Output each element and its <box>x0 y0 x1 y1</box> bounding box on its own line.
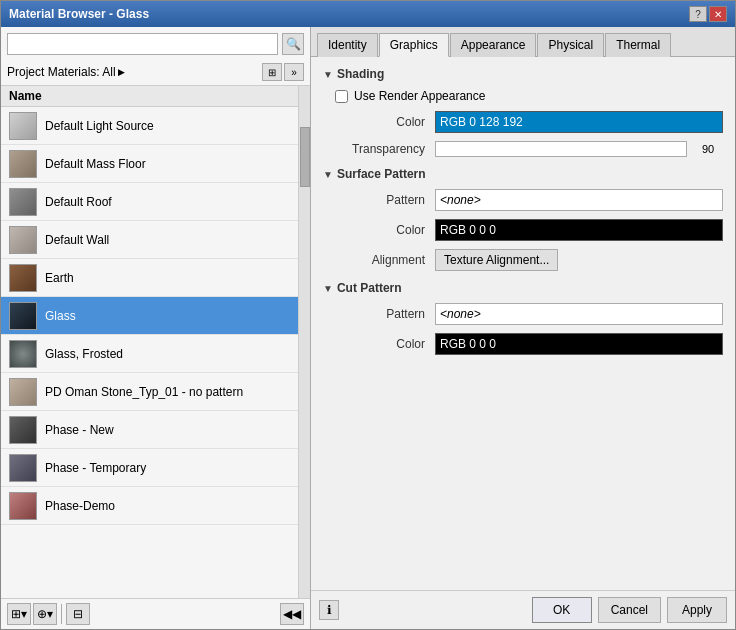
bottom-actions: OK Cancel Apply <box>532 597 727 623</box>
tab-graphics[interactable]: Graphics <box>379 33 449 57</box>
title-bar-buttons: ? ✕ <box>689 6 727 22</box>
cut-color-label: Color <box>335 337 435 351</box>
material-name: Glass <box>45 309 76 323</box>
surface-pattern-collapse-icon[interactable]: ▼ <box>323 169 333 180</box>
info-button[interactable]: ℹ <box>319 600 339 620</box>
list-header: Name <box>1 86 298 107</box>
material-thumb <box>9 188 37 216</box>
shading-label: Shading <box>337 67 384 81</box>
material-thumb <box>9 492 37 520</box>
surface-pattern-label: Surface Pattern <box>337 167 426 181</box>
shading-section-header: ▼ Shading <box>323 67 723 81</box>
list-item[interactable]: Glass, Frosted <box>1 335 298 373</box>
list-item[interactable]: Phase-Demo <box>1 487 298 525</box>
material-name: Phase - Temporary <box>45 461 146 475</box>
cut-color-swatch[interactable]: RGB 0 0 0 <box>435 333 723 355</box>
project-materials-dropdown[interactable]: Project Materials: All ▶ <box>7 65 125 79</box>
cut-pattern-label: Cut Pattern <box>337 281 402 295</box>
info-icon: ℹ <box>327 603 332 617</box>
surface-color-label: Color <box>335 223 435 237</box>
left-panel: 🔍 Project Materials: All ▶ ⊞ » <box>1 27 311 629</box>
material-thumb <box>9 378 37 406</box>
list-item-selected[interactable]: Glass <box>1 297 298 335</box>
list-item[interactable]: Earth <box>1 259 298 297</box>
material-thumb <box>9 416 37 444</box>
left-panel-with-scroll: Name Default Light Source Default Mass F… <box>1 86 310 598</box>
material-name: Phase-Demo <box>45 499 115 513</box>
left-bottom-toolbar: ⊞▾ ⊕▾ ⊟ ◀◀ <box>1 598 310 629</box>
cut-pattern-collapse-icon[interactable]: ▼ <box>323 283 333 294</box>
use-render-appearance-checkbox[interactable] <box>335 90 348 103</box>
list-item[interactable]: Default Light Source <box>1 107 298 145</box>
cut-color-value: RGB 0 0 0 <box>440 337 496 351</box>
material-thumb <box>9 112 37 140</box>
tab-content-graphics: ▼ Shading Use Render Appearance Color RG… <box>311 57 735 590</box>
title-bar: Material Browser - Glass ? ✕ <box>1 1 735 27</box>
cut-pattern-row: Pattern <none> <box>323 303 723 325</box>
material-name: Phase - New <box>45 423 114 437</box>
purge-button[interactable]: ⊟ <box>66 603 90 625</box>
list-item[interactable]: Phase - Temporary <box>1 449 298 487</box>
project-materials-label: Project Materials: All <box>7 65 116 79</box>
cut-pattern-label: Pattern <box>335 307 435 321</box>
use-render-appearance-row: Use Render Appearance <box>323 89 723 103</box>
material-thumb <box>9 226 37 254</box>
tab-physical[interactable]: Physical <box>537 33 604 57</box>
pm-buttons: ⊞ » <box>262 63 304 81</box>
separator <box>61 604 62 624</box>
collapse-button[interactable]: ◀◀ <box>280 603 304 625</box>
shading-color-swatch[interactable]: RGB 0 128 192 <box>435 111 723 133</box>
surface-pattern-label: Pattern <box>335 193 435 207</box>
surface-color-row: Color RGB 0 0 0 <box>323 219 723 241</box>
tab-appearance[interactable]: Appearance <box>450 33 537 57</box>
grid-view-button[interactable]: ⊞ <box>262 63 282 81</box>
tab-thermal[interactable]: Thermal <box>605 33 671 57</box>
shading-color-value: RGB 0 128 192 <box>440 115 523 129</box>
transparency-row: Transparency 90 <box>323 141 723 157</box>
collapse-icon: ◀◀ <box>283 607 301 621</box>
ok-button[interactable]: OK <box>532 597 592 623</box>
list-item[interactable]: Default Roof <box>1 183 298 221</box>
search-input[interactable] <box>7 33 278 55</box>
surface-color-swatch[interactable]: RGB 0 0 0 <box>435 219 723 241</box>
scrollbar-track[interactable] <box>298 86 310 598</box>
close-button[interactable]: ✕ <box>709 6 727 22</box>
material-name: PD Oman Stone_Typ_01 - no pattern <box>45 385 243 399</box>
material-thumb <box>9 302 37 330</box>
transparency-slider[interactable] <box>435 141 687 157</box>
material-name: Earth <box>45 271 74 285</box>
color-label: Color <box>335 115 435 129</box>
add-icon: ⊞▾ <box>11 607 27 621</box>
use-render-appearance-label: Use Render Appearance <box>354 89 485 103</box>
transparency-value: 90 <box>693 143 723 155</box>
help-button[interactable]: ? <box>689 6 707 22</box>
list-item[interactable]: PD Oman Stone_Typ_01 - no pattern <box>1 373 298 411</box>
surface-pattern-section-header: ▼ Surface Pattern <box>323 167 723 181</box>
dropdown-arrow-icon: ▶ <box>118 67 125 77</box>
surface-color-value: RGB 0 0 0 <box>440 223 496 237</box>
apply-button[interactable]: Apply <box>667 597 727 623</box>
cut-color-row: Color RGB 0 0 0 <box>323 333 723 355</box>
material-name: Default Wall <box>45 233 109 247</box>
cancel-button[interactable]: Cancel <box>598 597 661 623</box>
tabs-row: Identity Graphics Appearance Physical Th… <box>311 27 735 57</box>
surface-pattern-value[interactable]: <none> <box>435 189 723 211</box>
alignment-label: Alignment <box>335 253 435 267</box>
texture-alignment-button[interactable]: Texture Alignment... <box>435 249 558 271</box>
scrollbar-thumb[interactable] <box>300 127 310 187</box>
expand-button[interactable]: » <box>284 63 304 81</box>
tab-identity[interactable]: Identity <box>317 33 378 57</box>
cut-pattern-value[interactable]: <none> <box>435 303 723 325</box>
list-item[interactable]: Phase - New <box>1 411 298 449</box>
duplicate-button[interactable]: ⊕▾ <box>33 603 57 625</box>
add-material-button[interactable]: ⊞▾ <box>7 603 31 625</box>
search-button[interactable]: 🔍 <box>282 33 304 55</box>
bottom-toolbar: ℹ OK Cancel Apply <box>311 590 735 629</box>
list-item[interactable]: Default Wall <box>1 221 298 259</box>
material-name: Default Mass Floor <box>45 157 146 171</box>
purge-icon: ⊟ <box>73 607 83 621</box>
material-name: Default Light Source <box>45 119 154 133</box>
shading-collapse-icon[interactable]: ▼ <box>323 69 333 80</box>
dialog-title: Material Browser - Glass <box>9 7 149 21</box>
list-item[interactable]: Default Mass Floor <box>1 145 298 183</box>
